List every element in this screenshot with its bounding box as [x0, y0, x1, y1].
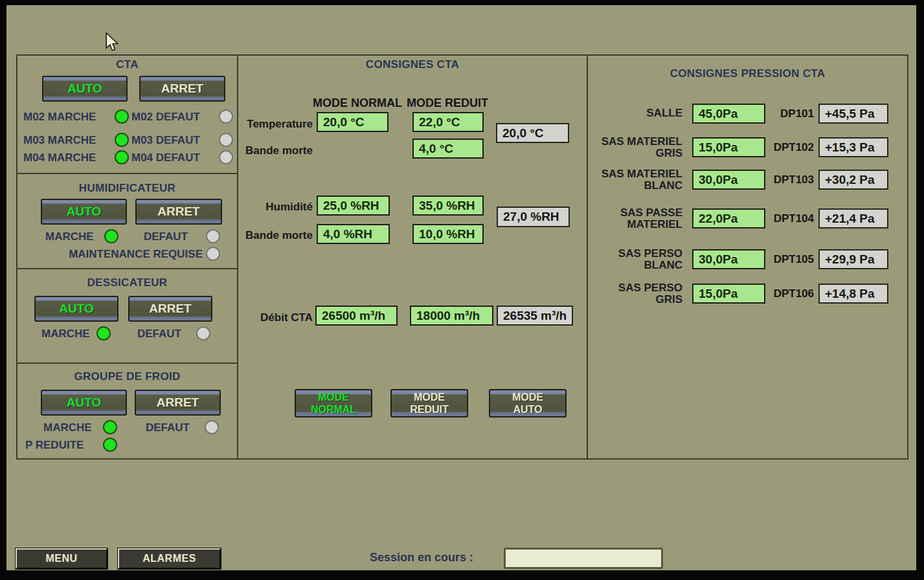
humidificateur-marche-label: MARCHE [45, 230, 94, 244]
dessicateur-defaut-led [196, 326, 210, 340]
bande-morte-hum-normal-setpoint[interactable]: 4,0 %RH [317, 224, 390, 244]
humidificateur-arret-button[interactable]: ARRET [135, 199, 222, 225]
sas-materiel-blanc-label-line1: SAS MATERIEL [587, 168, 682, 180]
dessicateur-defaut-label: DEFAUT [137, 327, 181, 341]
temperature-actual-value: 20,0 °C [496, 123, 569, 143]
cta-m04-defaut-label: M04 DEFAUT [131, 151, 200, 165]
dessicateur-auto-button[interactable]: AUTO [34, 296, 118, 322]
humidificateur-marche-led [104, 229, 118, 243]
sas-passe-materiel-label: SAS PASSEMATERIEL [587, 207, 682, 230]
dpt106-label: DPT106 [762, 287, 814, 301]
dessicateur-arret-button[interactable]: ARRET [128, 296, 212, 322]
groupe-froid-marche-label: MARCHE [43, 421, 92, 435]
sas-perso-blanc-label-line1: SAS PERSO [587, 248, 682, 260]
dessicateur-title: DESSICATEUR [16, 276, 238, 289]
sas-perso-gris-setpoint[interactable]: 15,0Pa [692, 284, 765, 304]
sas-materiel-blanc-label: SAS MATERIELBLANC [587, 168, 682, 192]
session-label: Session en cours : [350, 551, 473, 564]
cta-m04-marche-label: M04 MARCHE [23, 151, 96, 165]
humidite-actual-value: 27,0 %RH [497, 206, 570, 227]
mode-auto-button-line1: MODE [512, 391, 543, 403]
bande-morte-hum-label: Bande morte [237, 229, 313, 243]
sas-materiel-gris-label-line1: SAS MATERIEL [587, 136, 682, 148]
dp101-value: +45,5 Pa [818, 104, 888, 124]
cta-m02-defaut-led [219, 109, 233, 124]
sas-passe-materiel-label-line1: SAS PASSE [587, 207, 682, 219]
groupe-froid-auto-button[interactable]: AUTO [41, 390, 127, 416]
cta-m03-marche-led [115, 133, 129, 147]
consignes-pression-title: CONSIGNES PRESSION CTA [587, 67, 908, 80]
hmi-screen: CTA AUTO ARRET M02 MARCHE M02 DEFAUT M03… [0, 0, 924, 580]
dpt105-label: DPT105 [762, 252, 814, 267]
humidificateur-title: HUMIDIFICATEUR [16, 182, 238, 195]
bande-morte-temp-label: Bande morte [237, 144, 313, 158]
dessicateur-marche-label: MARCHE [41, 327, 90, 341]
temperature-reduit-setpoint[interactable]: 22,0 °C [412, 112, 484, 132]
humidificateur-defaut-led [206, 229, 220, 243]
sas-passe-materiel-label-line2: MATERIEL [587, 219, 682, 230]
salle-label-line1: SALLE [587, 107, 682, 119]
mode-normal-button-line1: MODE [318, 391, 349, 403]
mode-normal-button-line2: NORMAL [311, 403, 356, 416]
mode-reduit-button-line2: REDUIT [410, 403, 449, 416]
sas-perso-blanc-setpoint[interactable]: 30,0Pa [692, 249, 765, 269]
groupe-froid-arret-button[interactable]: ARRET [135, 390, 221, 416]
humidificateur-maintenance-label: MAINTENANCE REQUISE [39, 247, 203, 262]
alarmes-button[interactable]: ALARMES [118, 548, 221, 569]
dpt104-label: DPT104 [762, 212, 814, 226]
mode-reduit-button[interactable]: MODE REDUIT [390, 389, 468, 418]
cta-arret-button[interactable]: ARRET [139, 76, 225, 102]
cta-m03-defaut-label: M03 DEFAUT [131, 133, 200, 148]
groupe-froid-defaut-label: DEFAUT [146, 421, 190, 435]
sas-perso-gris-label-line2: GRIS [587, 294, 682, 306]
mode-normal-button[interactable]: MODE NORMAL [295, 389, 372, 418]
dpt103-value: +30,2 Pa [818, 170, 888, 190]
cta-title: CTA [16, 58, 238, 71]
cta-m02-marche-led [115, 109, 129, 124]
mode-auto-button[interactable]: MODE AUTO [489, 389, 567, 418]
groupe-froid-defaut-led [205, 420, 219, 434]
salle-label: SALLE [587, 107, 682, 119]
humidificateur-defaut-label: DEFAUT [144, 230, 188, 244]
debit-actual-value: 26535 m³/h [497, 306, 573, 326]
dpt105-value: +29,9 Pa [818, 249, 888, 269]
dpt103-label: DPT103 [762, 173, 814, 187]
sas-materiel-blanc-setpoint[interactable]: 30,0Pa [692, 170, 765, 190]
cta-m02-marche-label: M02 MARCHE [23, 110, 96, 124]
cta-auto-button[interactable]: AUTO [42, 76, 128, 102]
session-input[interactable] [504, 548, 663, 569]
salle-setpoint[interactable]: 45,0Pa [692, 104, 765, 124]
sas-materiel-blanc-label-line2: BLANC [587, 180, 682, 192]
debit-reduit-setpoint[interactable]: 18000 m³/h [410, 306, 493, 326]
cta-m04-defaut-led [219, 150, 233, 164]
mode-reduit-button-line1: MODE [414, 391, 445, 403]
temperature-normal-setpoint[interactable]: 20,0 °C [317, 112, 389, 132]
debit-normal-setpoint[interactable]: 26500 m³/h [315, 306, 398, 326]
dp101-label: DP101 [762, 107, 814, 121]
bande-morte-temp-reduit-setpoint[interactable]: 4,0 °C [412, 139, 484, 159]
mode-reduit-column-header: MODE REDUIT [407, 96, 488, 110]
groupe-froid-p-reduite-label: P REDUITE [25, 438, 84, 452]
mode-auto-button-line2: AUTO [513, 403, 542, 416]
sas-passe-materiel-setpoint[interactable]: 22,0Pa [692, 208, 765, 229]
temperature-label: Temperature [237, 117, 313, 131]
sas-perso-blanc-label-line2: BLANC [587, 260, 682, 271]
dpt102-label: DPT102 [762, 140, 814, 155]
cta-m03-defaut-led [219, 133, 233, 147]
sas-materiel-gris-label-line2: GRIS [587, 148, 682, 159]
dessicateur-marche-led [96, 326, 111, 340]
humidificateur-auto-button[interactable]: AUTO [41, 199, 127, 225]
groupe-froid-p-reduite-led [103, 438, 117, 452]
sas-materiel-gris-setpoint[interactable]: 15,0Pa [692, 137, 765, 157]
consignes-cta-title: CONSIGNES CTA [237, 58, 588, 71]
cta-m03-marche-label: M03 MARCHE [23, 133, 96, 148]
bande-morte-hum-reduit-setpoint[interactable]: 10,0 %RH [412, 224, 484, 244]
humidite-normal-setpoint[interactable]: 25,0 %RH [317, 195, 390, 216]
debit-cta-label: Débit CTA [237, 311, 313, 325]
sas-perso-blanc-label: SAS PERSOBLANC [587, 248, 682, 271]
cta-m04-marche-led [115, 150, 129, 164]
humidificateur-maintenance-led [206, 247, 220, 261]
humidite-reduit-setpoint[interactable]: 35,0 %RH [412, 195, 484, 216]
dpt102-value: +15,3 Pa [818, 137, 888, 157]
menu-button[interactable]: MENU [16, 548, 107, 569]
